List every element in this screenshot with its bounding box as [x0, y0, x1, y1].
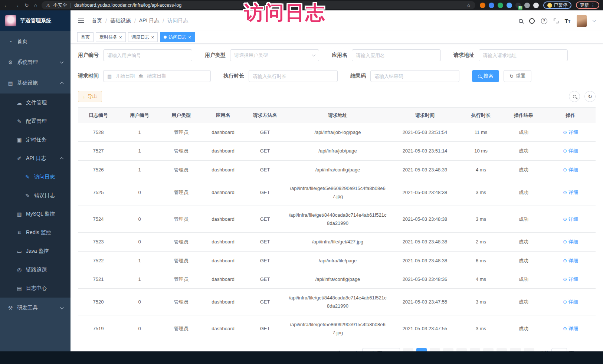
- java-monitor-icon: ▭: [16, 248, 22, 254]
- request-time-range-picker[interactable]: ▦ 开始日期 至 结束日期: [103, 70, 211, 82]
- extension-green-circle-icon[interactable]: [498, 3, 503, 8]
- detail-link[interactable]: ⊙详细: [563, 298, 578, 306]
- avatar-caret-icon[interactable]: [593, 19, 596, 22]
- fullscreen-icon[interactable]: [554, 19, 558, 23]
- request-url-input[interactable]: [483, 53, 564, 58]
- github-icon[interactable]: [529, 18, 535, 24]
- sidebar-item-label: 定时任务: [26, 137, 47, 143]
- refresh-icon: ↻: [588, 94, 592, 99]
- sidebar-item-Redis 监控[interactable]: ≋Redis 监控: [0, 223, 71, 242]
- top-header: 首页/基础设施/API 日志/访问日志 ? TT: [71, 10, 603, 31]
- cell-duration: 4 ms: [460, 270, 502, 288]
- access-log-icon: ✎: [24, 174, 30, 180]
- cell-duration: 11 ms: [460, 123, 502, 142]
- detail-link[interactable]: ⊙详细: [563, 147, 578, 155]
- sidebar-item-首页[interactable]: ◔首页: [0, 31, 71, 52]
- breadcrumb-item[interactable]: 基础设施: [110, 17, 131, 24]
- sidebar-item-配置管理[interactable]: ✎配置管理: [0, 112, 71, 131]
- sidebar-item-API 日志[interactable]: ✐API 日志: [0, 149, 71, 168]
- window-bottom-strip: [0, 351, 603, 364]
- browser-forward-icon[interactable]: →: [14, 2, 19, 8]
- sidebar-item-研发工具[interactable]: ⚒研发工具: [0, 298, 71, 318]
- extension-gray-icon[interactable]: [524, 3, 530, 8]
- extension-orange-icon[interactable]: [480, 3, 485, 8]
- toggle-search-button[interactable]: [569, 91, 580, 102]
- cell-result: 成功: [502, 123, 545, 142]
- detail-link[interactable]: ⊙详细: [563, 166, 578, 174]
- cell-id: 7524: [78, 206, 119, 233]
- cell-id: 7525: [78, 179, 119, 206]
- tab-调度日志[interactable]: 调度日志×: [128, 32, 158, 42]
- cell-url: /api/infra/file/page: [286, 251, 390, 270]
- sidebar-item-错误日志[interactable]: ✎错误日志: [0, 186, 71, 205]
- app-title: 芋道管理系统: [20, 17, 51, 24]
- browser-home-icon[interactable]: ⌂: [34, 2, 37, 8]
- tab-label: 定时任务: [99, 34, 117, 40]
- sidebar-item-链路追踪[interactable]: ◎链路追踪: [0, 260, 71, 279]
- detail-link[interactable]: ⊙详细: [563, 238, 578, 246]
- paused-extension-pill[interactable]: 已暂停: [543, 1, 571, 9]
- address-bar[interactable]: ⚠ 不安全 | dashboard.yudao.iocoder.cn/infra…: [42, 1, 475, 9]
- cell-method: GET: [244, 206, 286, 233]
- user-avatar[interactable]: [577, 15, 587, 27]
- cell-user_id: 1: [119, 160, 160, 179]
- cell-url: /api/infra/config/page: [286, 160, 390, 179]
- detail-link[interactable]: ⊙详细: [563, 325, 578, 332]
- sidebar-item-label: MySQL 监控: [26, 211, 55, 217]
- detail-link[interactable]: ⊙详细: [563, 275, 578, 283]
- page-content: 用户编号 用户类型 请选择用户类型 应用名 请求地址: [71, 43, 603, 358]
- tab-定时任务[interactable]: 定时任务×: [96, 32, 126, 42]
- table-row: 75211管理员dashboardGET/api/infra/config/pa…: [78, 270, 596, 288]
- duration-input[interactable]: [253, 73, 334, 79]
- close-icon[interactable]: ×: [119, 35, 122, 40]
- browser-reload-icon[interactable]: ↻: [24, 2, 29, 8]
- help-icon[interactable]: ?: [541, 18, 547, 24]
- font-size-icon[interactable]: TT: [565, 18, 570, 24]
- bookmark-star-icon[interactable]: ☆: [466, 3, 471, 8]
- breadcrumb-item[interactable]: API 日志: [139, 17, 159, 24]
- result-code-input[interactable]: [374, 73, 455, 79]
- sidebar-item-基础设施[interactable]: ▤基础设施: [0, 73, 71, 94]
- extension-multicolor-icon[interactable]: [507, 3, 512, 8]
- sidebar-item-访问日志[interactable]: ✎访问日志: [0, 168, 71, 186]
- extension-translate-icon[interactable]: 翻: [515, 3, 521, 8]
- tab-首页[interactable]: 首页: [77, 32, 94, 42]
- browser-update-button[interactable]: 更新 ⋮: [576, 1, 599, 9]
- extension-blue-shield-icon[interactable]: [489, 3, 494, 8]
- user-id-input[interactable]: [107, 53, 188, 58]
- reset-button[interactable]: ↻ 重置: [504, 70, 531, 82]
- column-header: 操作结果: [502, 108, 545, 123]
- sidebar-item-label: 日志中心: [26, 285, 47, 292]
- close-icon[interactable]: ×: [188, 35, 191, 40]
- export-button[interactable]: ↓ 导出: [78, 91, 102, 102]
- security-label: 不安全: [53, 2, 67, 9]
- refresh-button[interactable]: ↻: [584, 91, 596, 102]
- table-header-row: 日志编号用户编号用户类型应用名请求方法名请求地址请求时间执行时长操作结果操作: [78, 108, 596, 123]
- sidebar-item-日志中心[interactable]: ▤日志中心: [0, 279, 71, 298]
- column-header: 请求方法名: [244, 108, 286, 123]
- eye-icon: ⊙: [563, 128, 567, 136]
- detail-link[interactable]: ⊙详细: [563, 188, 578, 196]
- detail-link[interactable]: ⊙详细: [563, 257, 578, 265]
- cell-duration: 6 ms: [460, 251, 502, 270]
- sidebar-item-系统管理[interactable]: ⚙系统管理: [0, 52, 71, 73]
- sidebar-item-文件管理[interactable]: ☁文件管理: [0, 94, 71, 112]
- close-icon[interactable]: ×: [151, 35, 154, 40]
- sidebar-logo-bar[interactable]: 芋道管理系统: [0, 10, 71, 31]
- user-type-select[interactable]: 请选择用户类型: [230, 49, 319, 61]
- sidebar-item-MySQL 监控[interactable]: ▥MySQL 监控: [0, 205, 71, 223]
- breadcrumb-item[interactable]: 首页: [92, 17, 102, 24]
- header-search-icon[interactable]: [519, 19, 523, 23]
- extension-puzzle-icon[interactable]: [533, 3, 539, 8]
- tab-访问日志[interactable]: 访问日志×: [160, 32, 195, 42]
- detail-link[interactable]: ⊙详细: [563, 128, 578, 136]
- extension-row: 翻: [480, 3, 539, 8]
- sidebar-item-定时任务[interactable]: ▣定时任务: [0, 131, 71, 149]
- sidebar-item-Java 监控[interactable]: ▭Java 监控: [0, 242, 71, 260]
- detail-link[interactable]: ⊙详细: [563, 215, 578, 223]
- browser-menu-icon[interactable]: ⋮: [591, 3, 595, 8]
- browser-back-icon[interactable]: ←: [4, 2, 9, 8]
- hamburger-icon[interactable]: [78, 19, 84, 19]
- search-button[interactable]: 搜索: [472, 70, 499, 82]
- app-name-input[interactable]: [356, 53, 437, 58]
